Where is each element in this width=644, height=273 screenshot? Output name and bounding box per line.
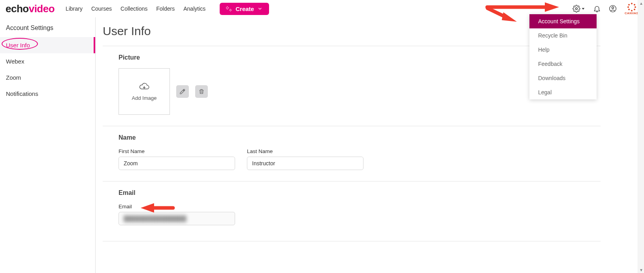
- nav-courses[interactable]: Courses: [91, 6, 112, 12]
- scroll-up-icon[interactable]: ▲: [638, 0, 644, 6]
- nav-library[interactable]: Library: [66, 6, 83, 12]
- sidebar-item-label: Notifications: [6, 90, 38, 97]
- picture-heading: Picture: [119, 54, 585, 61]
- last-name-label: Last Name: [247, 148, 363, 154]
- chevron-down-icon: [257, 6, 263, 11]
- first-name-field-group: First Name: [119, 148, 235, 170]
- dropdown-help[interactable]: Help: [529, 43, 597, 57]
- page-title: User Info: [103, 24, 601, 38]
- scroll-down-icon[interactable]: ▼: [638, 267, 644, 273]
- nav-folders[interactable]: Folders: [156, 6, 175, 12]
- vertical-scrollbar[interactable]: ▲ ▼: [638, 0, 644, 273]
- sidebar-title: Account Settings: [0, 23, 95, 37]
- email-section: Email Email ████████████████: [103, 181, 601, 241]
- cloud-download-icon: [138, 82, 150, 91]
- last-name-field-group: Last Name: [247, 148, 363, 170]
- user-icon[interactable]: [609, 5, 617, 13]
- last-name-input[interactable]: [247, 157, 363, 170]
- settings-gear-button[interactable]: [572, 5, 585, 13]
- email-field-group: Email ████████████████: [119, 204, 235, 225]
- email-input-disabled: ████████████████: [119, 212, 235, 225]
- add-image-button[interactable]: Add Image: [119, 68, 170, 115]
- edit-picture-button[interactable]: [176, 85, 189, 98]
- divider: [103, 241, 601, 241]
- name-fields: First Name Last Name: [119, 148, 585, 170]
- picture-section: Picture Add Image: [103, 46, 601, 126]
- name-section: Name First Name Last Name: [103, 126, 601, 181]
- picture-row: Add Image: [119, 68, 585, 115]
- dropdown-feedback[interactable]: Feedback: [529, 57, 597, 71]
- canvas-icon: [627, 3, 636, 11]
- dropdown-downloads[interactable]: Downloads: [529, 71, 597, 85]
- email-label: Email: [119, 204, 235, 209]
- sidebar: Account Settings User Info Webex Zoom No…: [0, 17, 95, 273]
- sparkle-icon: [226, 6, 232, 12]
- nav-analytics[interactable]: Analytics: [183, 6, 205, 12]
- sidebar-item-label: Zoom: [6, 74, 21, 81]
- top-nav: Library Courses Collections Folders Anal…: [66, 3, 269, 15]
- dropdown-recycle-bin[interactable]: Recycle Bin: [529, 28, 597, 43]
- trash-icon: [198, 88, 205, 95]
- logo[interactable]: echovideo: [6, 3, 55, 15]
- logo-part2: video: [29, 3, 55, 15]
- add-image-label: Add Image: [132, 95, 157, 101]
- topbar-right: CANVAS: [572, 3, 638, 15]
- email-value: ████████████████: [124, 215, 215, 222]
- bell-icon[interactable]: [593, 5, 601, 13]
- sidebar-item-zoom[interactable]: Zoom: [0, 69, 95, 86]
- pencil-icon: [179, 88, 186, 95]
- caret-down-icon: [581, 7, 585, 11]
- gear-icon: [572, 5, 580, 13]
- sidebar-item-user-info[interactable]: User Info: [0, 37, 95, 53]
- email-heading: Email: [119, 189, 585, 196]
- settings-dropdown: Account Settings Recycle Bin Help Feedba…: [529, 14, 597, 99]
- canvas-badge[interactable]: CANVAS: [625, 3, 638, 15]
- sidebar-item-label: Webex: [6, 58, 24, 65]
- dropdown-account-settings[interactable]: Account Settings: [529, 14, 597, 28]
- sidebar-item-notifications[interactable]: Notifications: [0, 86, 95, 102]
- create-button[interactable]: Create: [220, 3, 269, 15]
- svg-marker-1: [582, 8, 585, 9]
- sidebar-item-label: User Info: [6, 42, 30, 49]
- svg-point-0: [576, 8, 578, 10]
- canvas-label: CANVAS: [625, 11, 638, 15]
- svg-point-3: [612, 7, 614, 9]
- delete-picture-button[interactable]: [195, 85, 208, 98]
- name-heading: Name: [119, 134, 585, 141]
- first-name-input[interactable]: [119, 157, 235, 170]
- nav-collections[interactable]: Collections: [121, 6, 147, 12]
- logo-part1: echo: [6, 3, 29, 15]
- first-name-label: First Name: [119, 148, 235, 154]
- dropdown-legal[interactable]: Legal: [529, 85, 597, 99]
- create-label: Create: [235, 6, 254, 12]
- sidebar-item-webex[interactable]: Webex: [0, 53, 95, 69]
